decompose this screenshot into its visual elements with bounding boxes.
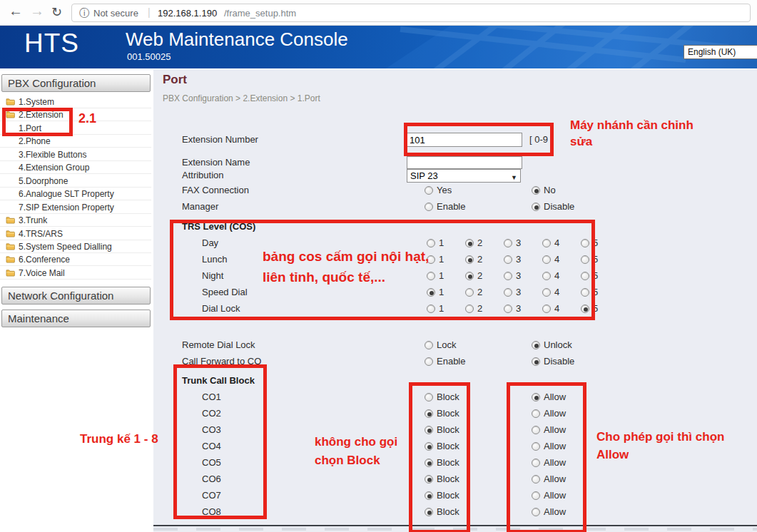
back-icon[interactable]: ← — [9, 3, 23, 19]
trs-day-radio-3[interactable] — [504, 239, 512, 247]
radio-label: Allow — [544, 489, 566, 502]
address-bar[interactable]: ⓘ Not secure | 192.168.1.190 /frame_setu… — [71, 4, 751, 22]
trunk-co1-radio-block[interactable] — [425, 393, 433, 401]
manager-label: Manager — [182, 200, 218, 213]
sidebar-item-label: 4.TRS/ARS — [19, 228, 63, 240]
trunk-co2-radio-allow[interactable] — [532, 409, 540, 418]
trunk-co3-radio-allow[interactable] — [532, 426, 540, 434]
info-icon[interactable]: ⓘ — [79, 7, 89, 20]
trs-night-label: Night — [202, 270, 223, 282]
trunk-co6-radio-block[interactable] — [425, 475, 433, 484]
sidebar-item-1-system[interactable]: 1.System — [0, 96, 151, 108]
trunk-co7-radio-block[interactable] — [425, 491, 433, 500]
sidebar-item-4-extension-group[interactable]: 4.Extension Group — [0, 161, 151, 174]
trs-night-radio-4[interactable] — [542, 272, 551, 280]
remote-dial-lock-radio-unlock[interactable] — [532, 341, 540, 349]
sidebar-item-6-analogue-slt-property[interactable]: 6.Analogue SLT Property — [0, 188, 151, 200]
sidebar-item-label: 1.Port — [19, 123, 41, 135]
trs-dial-lock-radio-1[interactable] — [427, 305, 435, 313]
trunk-co8-radio-allow[interactable] — [532, 508, 540, 516]
trs-speed-dial-radio-4[interactable] — [542, 288, 551, 297]
trunk-co8-label: CO8 — [202, 506, 221, 518]
trs-lunch-radio-1[interactable] — [427, 255, 435, 264]
trs-day-radio-1[interactable] — [427, 239, 435, 247]
fax-connection-radio-no[interactable] — [532, 186, 540, 195]
trunk-co7-radio-allow[interactable] — [532, 491, 540, 500]
extension-number-label: Extension Number — [182, 133, 258, 146]
forward-icon[interactable]: → — [30, 3, 44, 19]
bottom-cut-row — [153, 528, 757, 531]
trs-night-radio-2[interactable] — [465, 272, 474, 280]
trs-dial-lock-radio-5[interactable] — [581, 305, 589, 313]
trs-dial-lock-radio-4[interactable] — [542, 305, 551, 313]
trs-dial-lock-radio-2[interactable] — [465, 305, 474, 313]
sidebar-item-6-conference[interactable]: 6.Conference — [0, 253, 151, 266]
remote-dial-lock-radio-lock[interactable] — [425, 341, 433, 349]
trs-level-cos-header: TRS Level (COS) — [182, 220, 255, 233]
trunk-co4-radio-allow[interactable] — [532, 442, 540, 451]
trs-night-radio-1[interactable] — [427, 272, 435, 280]
trunk-co6-radio-allow[interactable] — [532, 475, 540, 484]
trs-night-radio-5[interactable] — [581, 272, 589, 280]
trs-speed-dial-radio-5[interactable] — [581, 288, 589, 297]
trs-lunch-radio-2[interactable] — [465, 255, 474, 264]
sidebar: PBX Configuration 1.System2.Extension1.P… — [0, 69, 153, 532]
trs-speed-dial-radio-2[interactable] — [465, 288, 474, 297]
sidebar-item-2-phone[interactable]: 2.Phone — [0, 135, 151, 148]
call-forward-to-co-radio-disable[interactable] — [532, 357, 540, 366]
form-row: Lunch12345 — [153, 253, 757, 266]
radio-label: Allow — [544, 407, 566, 420]
sidebar-item-1-port[interactable]: 1.Port — [0, 122, 151, 135]
trunk-co8-radio-block[interactable] — [425, 508, 433, 516]
trs-day-label: Day — [202, 237, 218, 250]
sidebar-item-5-system-speed-dialling[interactable]: 5.System Speed Dialling — [0, 240, 151, 253]
radio-label: 1 — [439, 237, 444, 250]
trs-lunch-radio-4[interactable] — [542, 255, 551, 264]
trs-day-radio-4[interactable] — [542, 239, 551, 247]
sidebar-section-maintenance[interactable]: Maintenance — [1, 310, 151, 327]
reload-icon[interactable]: ↻ — [51, 4, 62, 20]
trunk-co3-radio-block[interactable] — [425, 426, 433, 434]
language-select[interactable]: English (UK) — [684, 45, 757, 59]
trs-lunch-radio-3[interactable] — [504, 255, 512, 264]
manager-radio-disable[interactable] — [532, 203, 540, 211]
call-forward-to-co-radio-enable[interactable] — [425, 357, 433, 366]
trunk-co2-radio-block[interactable] — [425, 409, 433, 418]
sidebar-section-network-configuration[interactable]: Network Configuration — [1, 287, 151, 305]
trunk-co5-radio-block[interactable] — [425, 459, 433, 467]
not-secure-label[interactable]: Not secure — [93, 8, 138, 19]
folder-icon — [6, 242, 15, 250]
sidebar-item-4-trs-ars[interactable]: 4.TRS/ARS — [0, 227, 151, 240]
fax-connection-radio-yes[interactable] — [425, 186, 433, 195]
trs-lunch-label: Lunch — [202, 253, 227, 266]
form-row: CO1BlockAllow — [153, 391, 757, 404]
trs-day-radio-5[interactable] — [581, 239, 589, 247]
form-row: FAX ConnectionYesNo — [153, 184, 757, 197]
sidebar-section-pbx-configuration[interactable]: PBX Configuration — [1, 74, 151, 92]
sidebar-item-label: 5.Doorphone — [19, 175, 68, 188]
trs-dial-lock-radio-3[interactable] — [504, 305, 512, 313]
radio-label: Block — [437, 407, 459, 420]
sidebar-item-3-trunk[interactable]: 3.Trunk — [0, 214, 151, 227]
sidebar-item-5-doorphone[interactable]: 5.Doorphone — [0, 175, 151, 188]
trs-night-radio-3[interactable] — [504, 272, 512, 280]
trunk-co1-radio-allow[interactable] — [532, 393, 540, 401]
trs-speed-dial-radio-1[interactable] — [427, 288, 435, 297]
bottom-divider — [153, 525, 757, 526]
sidebar-item-2-extension[interactable]: 2.Extension — [0, 108, 151, 121]
sidebar-item-label: 3.Trunk — [19, 215, 47, 227]
radio-label: Block — [437, 473, 459, 486]
trs-day-radio-2[interactable] — [465, 239, 474, 247]
trunk-co1-label: CO1 — [202, 391, 221, 404]
sidebar-item-7-sip-extension-property[interactable]: 7.SIP Extension Property — [0, 201, 151, 214]
manager-radio-enable[interactable] — [425, 203, 433, 211]
sidebar-item-label: 4.Extension Group — [19, 162, 89, 174]
trs-speed-dial-radio-3[interactable] — [504, 288, 512, 297]
sidebar-item-3-flexible-buttons[interactable]: 3.Flexible Buttons — [0, 148, 151, 161]
trs-lunch-radio-5[interactable] — [581, 255, 589, 264]
sidebar-item-7-voice-mail[interactable]: 7.Voice Mail — [0, 267, 151, 280]
trunk-co5-radio-allow[interactable] — [532, 459, 540, 467]
radio-label: No — [544, 184, 556, 197]
trunk-co4-radio-block[interactable] — [425, 442, 433, 451]
form-row: CO3BlockAllow — [153, 424, 757, 436]
